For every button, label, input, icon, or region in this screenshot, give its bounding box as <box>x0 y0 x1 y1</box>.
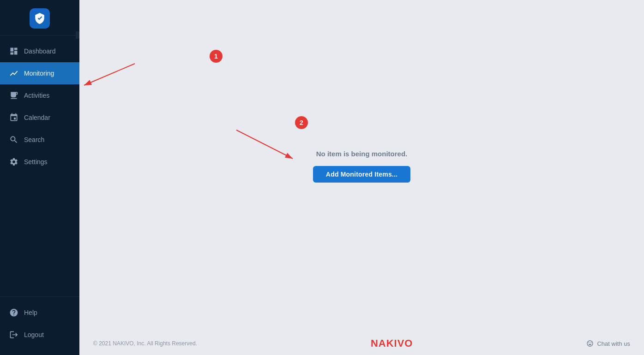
chat-label: Chat with us <box>597 340 630 347</box>
sidebar-label-help: Help <box>24 309 37 316</box>
add-monitored-items-button[interactable]: Add Monitored Items... <box>313 166 410 183</box>
footer: © 2021 NAKIVO, Inc. All Rights Reserved.… <box>79 332 644 355</box>
sidebar-item-help[interactable]: Help <box>0 302 79 324</box>
sidebar-item-search[interactable]: Search <box>0 129 79 151</box>
dashboard-icon <box>9 47 18 56</box>
sidebar-label-monitoring: Monitoring <box>24 70 54 77</box>
logout-icon <box>9 330 18 339</box>
sidebar-bottom: Help Logout <box>0 296 79 355</box>
sidebar-item-calendar[interactable]: Calendar <box>0 106 79 129</box>
sidebar-logo <box>0 0 79 36</box>
sidebar-label-logout: Logout <box>24 331 44 338</box>
help-icon <box>9 308 18 317</box>
chat-with-us-button[interactable]: Chat with us <box>586 340 630 347</box>
sidebar: Dashboard Monitoring Activities Calendar <box>0 0 79 355</box>
empty-message: No item is being monitored. <box>316 150 408 158</box>
settings-icon <box>9 157 18 166</box>
sidebar-label-settings: Settings <box>24 158 48 166</box>
sidebar-collapse-indicator <box>76 31 79 39</box>
sidebar-item-dashboard[interactable]: Dashboard <box>0 40 79 62</box>
sidebar-label-activities: Activities <box>24 92 49 99</box>
sidebar-label-calendar: Calendar <box>24 114 50 121</box>
shield-icon <box>34 12 46 24</box>
main-content: No item is being monitored. Add Monitore… <box>79 0 644 332</box>
sidebar-item-activities[interactable]: Activities <box>0 84 79 106</box>
activities-icon <box>9 91 18 100</box>
monitoring-icon <box>9 69 18 78</box>
calendar-icon <box>9 113 18 122</box>
search-icon <box>9 135 18 144</box>
sidebar-label-search: Search <box>24 136 44 143</box>
sidebar-nav: Dashboard Monitoring Activities Calendar <box>0 36 79 296</box>
app-logo <box>30 8 50 29</box>
sidebar-item-logout[interactable]: Logout <box>0 324 79 346</box>
sidebar-item-monitoring[interactable]: Monitoring <box>0 62 79 84</box>
nakivo-logo: NAKIVO <box>371 337 413 349</box>
chat-icon <box>586 340 594 347</box>
main-area: 1 2 No item is being monitored. Add Moni… <box>79 0 644 355</box>
copyright-text: © 2021 NAKIVO, Inc. All Rights Reserved. <box>93 340 197 347</box>
sidebar-item-settings[interactable]: Settings <box>0 151 79 173</box>
sidebar-label-dashboard: Dashboard <box>24 47 56 55</box>
